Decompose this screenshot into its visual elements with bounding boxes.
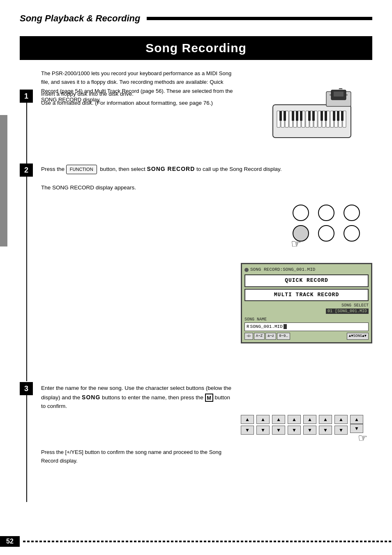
button-circle-1[interactable] (293, 205, 309, 221)
button-circle-4[interactable] (318, 225, 334, 242)
char-down-4[interactable]: ▼ (288, 426, 301, 435)
char-up-4[interactable]: ▲ (288, 415, 301, 424)
lcd-song-nav[interactable]: ▲▼SONG▲▼ (347, 333, 369, 340)
multi-track-record-btn[interactable]: MULTI TRACK RECORD (244, 289, 369, 301)
svg-rect-25 (321, 111, 323, 121)
char-col-6: ▲ ▼ (319, 415, 332, 435)
svg-rect-29 (341, 111, 344, 121)
lcd-song-name-val: R SONG_001.MID (244, 322, 369, 331)
svg-marker-34 (339, 88, 343, 89)
button-circle-5[interactable] (344, 225, 360, 242)
main-title: Song Recording (145, 41, 247, 55)
button-finger-container: ☞ (293, 225, 309, 242)
char-up-8[interactable]: ▲ (350, 415, 363, 424)
char-down-5[interactable]: ▼ (303, 426, 316, 435)
step3-text: Enter the name for the new song. Use the… (41, 384, 236, 411)
char-col-1: ▲ ▼ (241, 415, 254, 435)
lcd-nav-btn[interactable]: ◁▷ (244, 333, 253, 340)
button-pressed[interactable]: ☞ (293, 225, 309, 242)
step3-line (26, 395, 27, 502)
header-title: Song Playback & Recording (20, 13, 140, 24)
char-col-2: ▲ ▼ (256, 415, 270, 435)
button-circle-2[interactable] (318, 205, 334, 221)
lcd-text-cursor (284, 324, 287, 329)
svg-rect-21 (296, 111, 298, 121)
char-up-3[interactable]: ▲ (272, 415, 285, 424)
header-divider (147, 17, 372, 20)
svg-rect-23 (308, 111, 311, 121)
step2-text: Press the FUNCTION button, then select S… (41, 164, 372, 192)
char-col-8: ▲ ▼ ☞ (350, 415, 363, 435)
confirm-icon: M (205, 394, 213, 402)
button-row-2: ☞ (293, 225, 360, 242)
function-key: FUNCTION (66, 165, 97, 175)
song-label: SONG (82, 394, 100, 401)
svg-rect-26 (325, 111, 327, 121)
lcd-song-name-text: SONG_001.MID (250, 324, 283, 330)
lcd-bottom-bar: ◁▷ A~Z a~z 0~9… ▲▼SONG▲▼ (244, 333, 369, 340)
lcd-header: SONG RECORD:SONG_001.MID (244, 267, 369, 273)
char-up-7[interactable]: ▲ (334, 415, 348, 424)
char-down-7[interactable]: ▼ (334, 426, 348, 435)
svg-rect-28 (337, 111, 339, 121)
button-row-1 (293, 205, 360, 221)
svg-rect-27 (333, 111, 335, 121)
char-down-1[interactable]: ▼ (241, 426, 254, 435)
svg-rect-19 (284, 111, 286, 121)
lcd-cursor-char: R (247, 324, 249, 330)
lcd-az-btn[interactable]: A~Z (254, 333, 265, 340)
lcd-song-select-label: SONG SELECT (341, 303, 369, 308)
keyboard-illustration (269, 88, 359, 146)
char-col-5: ▲ ▼ (303, 415, 316, 435)
quick-record-btn[interactable]: QUICK RECORD (244, 274, 369, 287)
lcd-song-name-label: SONG NAME (244, 317, 369, 322)
page-dots-line (23, 541, 392, 542)
char-col-7: ▲ ▼ (334, 415, 348, 435)
step3-additional-text: Press the [+/YES] button to confirm the … (41, 448, 236, 465)
svg-rect-22 (300, 111, 302, 121)
char-down-2[interactable]: ▼ (256, 426, 270, 435)
rec-icon (244, 268, 249, 272)
char-up-2[interactable]: ▲ (256, 415, 270, 424)
main-title-box: Song Recording (20, 36, 372, 60)
step2-line (26, 177, 27, 381)
lcd-song-select: SONG SELECT 01 [SONG_001.MID (244, 303, 369, 314)
page-number: 52 (0, 536, 20, 547)
svg-rect-24 (312, 111, 315, 121)
char-up-6[interactable]: ▲ (319, 415, 332, 424)
finger-icon: ☞ (291, 237, 301, 251)
svg-rect-33 (334, 92, 344, 97)
button-circle-3[interactable] (344, 205, 360, 221)
char-up-1[interactable]: ▲ (241, 415, 254, 424)
step1-line (26, 103, 27, 164)
sidebar-tab (0, 115, 7, 246)
char-buttons: ▲ ▼ ▲ ▼ ▲ ▼ ▲ ▼ ▲ ▼ ▲ ▼ ▲ ▼ ▲ ▼ ☞ (241, 415, 372, 435)
lcd-song-select-val: 01 [SONG_001.MID (326, 309, 369, 314)
lcd-header-text: SONG RECORD:SONG_001.MID (250, 267, 315, 273)
step3-marker: 3 (20, 382, 33, 395)
step2-marker: 2 (20, 164, 33, 177)
svg-rect-20 (292, 111, 294, 121)
char-col-3: ▲ ▼ (272, 415, 285, 435)
page-header: Song Playback & Recording (20, 13, 372, 24)
step2-content: Press the FUNCTION button, then select S… (41, 164, 372, 192)
finger-icon-2: ☞ (358, 432, 367, 444)
page-footer: 52 (0, 536, 392, 547)
svg-rect-18 (279, 111, 282, 121)
char-down-6[interactable]: ▼ (319, 426, 332, 435)
char-down-3[interactable]: ▼ (272, 426, 285, 435)
lcd-num-btn[interactable]: 0~9… (277, 333, 290, 340)
lcd-lowercase-btn[interactable]: a~z (265, 333, 276, 340)
char-col-4: ▲ ▼ (288, 415, 301, 435)
step1-marker: 1 (20, 90, 33, 103)
char-up-5[interactable]: ▲ (303, 415, 316, 424)
lcd-screen: SONG RECORD:SONG_001.MID QUICK RECORD MU… (241, 263, 372, 343)
step3-content: Enter the name for the new song. Use the… (41, 384, 236, 411)
